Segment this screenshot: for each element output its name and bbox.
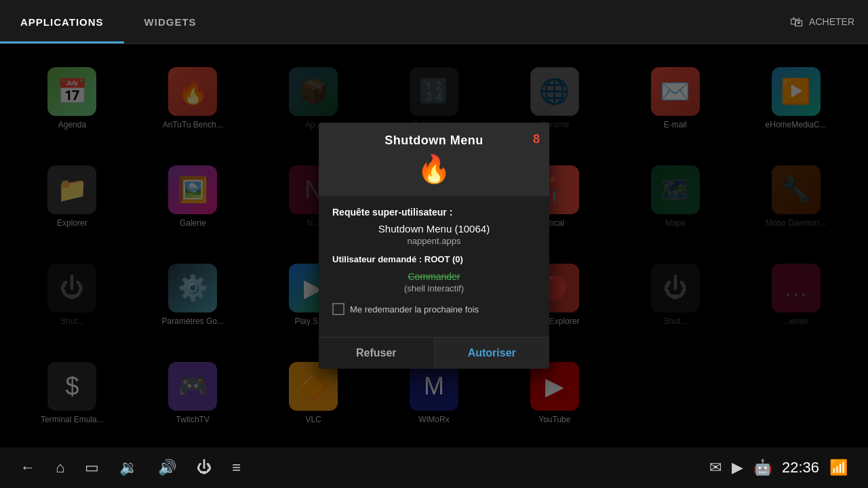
su-user-value: ROOT (0) xyxy=(425,254,463,264)
su-allow-button[interactable]: Autoriser xyxy=(435,338,550,369)
wifi-icon: 📶 xyxy=(829,459,848,476)
su-package: nappent.apps xyxy=(332,236,536,246)
time-display: 22:36 xyxy=(782,459,819,476)
su-app-name: Shutdown Menu (10064) xyxy=(332,223,536,235)
tab-applications[interactable]: APPLICATIONS xyxy=(0,0,124,43)
top-bar-right: 🛍 ACHETER xyxy=(790,14,868,30)
back-icon[interactable]: ← xyxy=(20,459,35,476)
su-checkbox[interactable] xyxy=(332,303,344,315)
bottom-bar: ← ⌂ ▭ 🔉 🔊 ⏻ ≡ ✉ ▶ 🤖 22:36 📶 xyxy=(0,447,868,488)
su-checkbox-label: Me redemander la prochaine fois xyxy=(350,304,479,314)
volume-down-icon[interactable]: 🔉 xyxy=(119,459,138,476)
android-icon[interactable]: 🤖 xyxy=(753,459,772,476)
su-command-section: Commander (shell interactif) xyxy=(332,271,536,293)
tab-widgets[interactable]: WIDGETS xyxy=(124,0,217,43)
volume-up-icon[interactable]: 🔊 xyxy=(158,459,176,476)
buy-label[interactable]: ACHETER xyxy=(809,16,854,27)
top-bar: APPLICATIONS WIDGETS 🛍 ACHETER xyxy=(0,0,868,44)
shop-icon: 🛍 xyxy=(790,14,804,30)
su-flame-icon: 🔥 xyxy=(417,153,451,185)
su-deny-button[interactable]: Refuser xyxy=(319,338,435,369)
su-request-label: Requête super-utilisateur : xyxy=(332,207,536,218)
su-command-detail: (shell interactif) xyxy=(332,283,536,293)
su-dialog-header: Shutdown Menu 🔥 8 xyxy=(319,123,549,196)
power-icon[interactable]: ⏻ xyxy=(197,459,212,476)
su-dialog-title: Shutdown Menu xyxy=(384,134,483,148)
su-user-label: Utilisateur demandé : ROOT (0) xyxy=(332,254,536,264)
recent-apps-icon[interactable]: ▭ xyxy=(85,459,99,476)
su-dialog-body: Requête super-utilisateur : Shutdown Men… xyxy=(319,196,549,337)
overlay: Shutdown Menu 🔥 8 Requête super-utilisat… xyxy=(0,44,868,447)
su-badge: 8 xyxy=(533,132,540,146)
bottom-nav-left: ← ⌂ ▭ 🔉 🔊 ⏻ ≡ xyxy=(20,459,241,476)
su-checkbox-row: Me redemander la prochaine fois xyxy=(332,303,536,315)
su-command: Commander xyxy=(332,271,536,282)
play-icon[interactable]: ▶ xyxy=(732,459,743,476)
home-icon[interactable]: ⌂ xyxy=(56,459,64,476)
su-button-row: Refuser Autoriser xyxy=(319,337,549,369)
layers-icon[interactable]: ≡ xyxy=(232,459,241,476)
gmail-icon[interactable]: ✉ xyxy=(709,459,722,476)
bottom-nav-right: ✉ ▶ 🤖 22:36 📶 xyxy=(709,459,848,476)
su-dialog: Shutdown Menu 🔥 8 Requête super-utilisat… xyxy=(319,123,549,369)
